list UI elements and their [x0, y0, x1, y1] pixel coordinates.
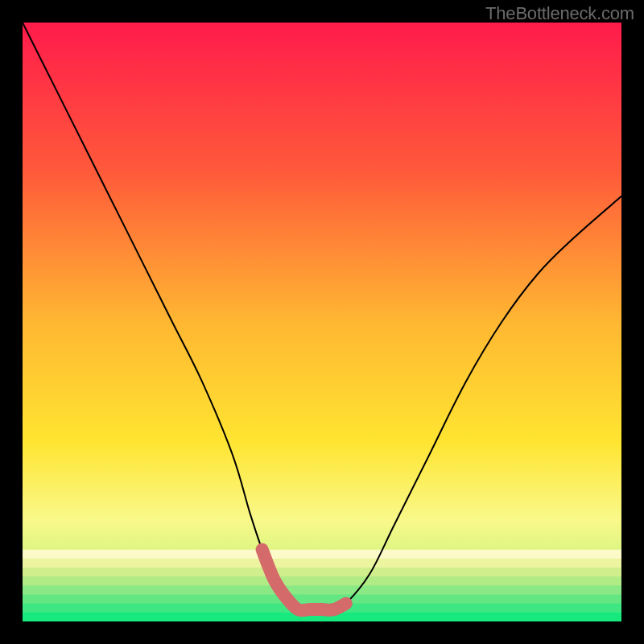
gradient-band [23, 568, 621, 577]
gradient-background [23, 23, 621, 621]
gradient-band [23, 585, 621, 595]
chart-svg [23, 23, 621, 621]
watermark-text: TheBottleneck.com [485, 3, 634, 24]
gradient-band [23, 576, 621, 586]
chart-frame: TheBottleneck.com [0, 0, 644, 644]
gradient-band [23, 559, 621, 568]
gradient-band [23, 595, 621, 605]
plot-area [23, 23, 621, 621]
gradient-band [23, 550, 621, 559]
